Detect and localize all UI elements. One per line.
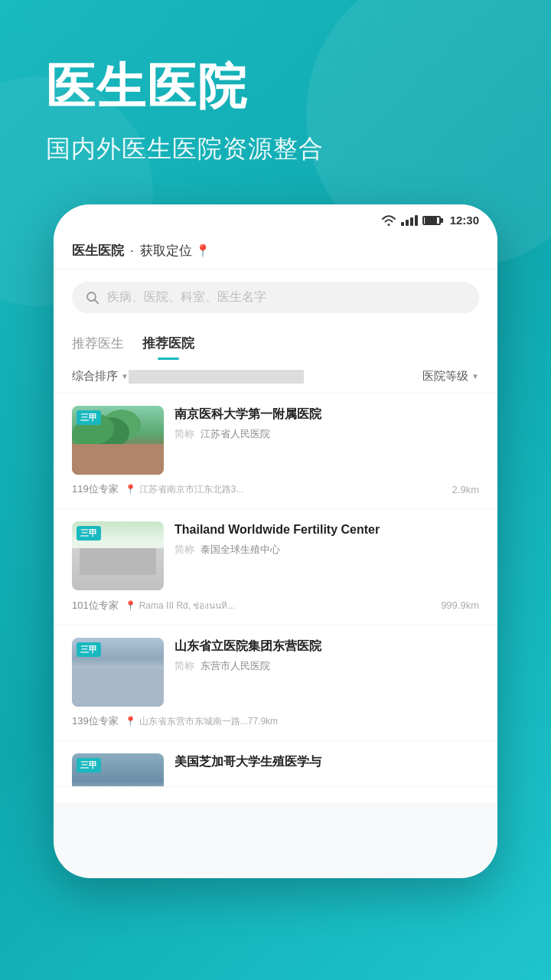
distance-2: 999.9km (441, 599, 479, 611)
hospital-top: 三甲 美国芝加哥大学生殖医学与 (72, 753, 479, 787)
nav-bar-title: 医生医院 (72, 242, 124, 260)
tab-recommend-doctor[interactable]: 推荐医生 (72, 335, 124, 360)
hospital-info-3: 山东省立医院集团东营医院 简称 东营市人民医院 (174, 638, 479, 707)
filter-row: 综合排序 ▼ 医院等级 ▼ (54, 360, 497, 394)
distance-1: 2.9km (452, 484, 479, 495)
location-text-1: 江苏省南京市江东北路3... (139, 483, 244, 496)
sort-arrow-icon: ▼ (121, 372, 129, 381)
hospital-info-1: 南京医科大学第一附属医院 简称 江苏省人民医院 (174, 406, 479, 475)
filter-level[interactable]: 医院等级 ▼ (304, 369, 479, 384)
page-wrapper: 医生医院 国内外医生医院资源整合 (0, 0, 551, 980)
main-title: 医生医院 (46, 54, 505, 120)
battery-fill (425, 217, 437, 224)
tab-recommend-hospital[interactable]: 推荐医院 (142, 335, 194, 360)
experts-count-2: 101位专家 (72, 599, 119, 612)
hospital-name-2: Thailand Worldwide Fertility Center (174, 521, 479, 538)
hospital-image-wrapper: 三甲 (72, 638, 164, 707)
hospital-name-3: 山东省立医院集团东营医院 (174, 638, 479, 655)
location-info-3: 📍 山东省东营市东城南一路...77.9km (125, 715, 473, 728)
status-bar: 12:30 (54, 204, 497, 233)
hospital-top: 三甲 南京医科大学第一附属医院 简称 江苏省人民医院 (72, 406, 479, 475)
search-icon (86, 291, 99, 305)
hospital-badge-3: 三甲 (77, 642, 101, 657)
hospital-badge-2: 三甲 (77, 526, 101, 541)
hospital-badge-1: 三甲 (77, 410, 101, 425)
hospital-bottom-3: 139位专家 📍 山东省东营市东城南一路...77.9km (72, 714, 479, 728)
hospital-badge-4: 三甲 (77, 758, 101, 773)
location-text-3: 山东省东营市东城南一路...77.9km (139, 715, 278, 728)
hospital-top: 三甲 山东省立医院集团东营医院 简称 东营市人民医院 (72, 638, 479, 707)
battery-icon (422, 216, 441, 225)
nav-location[interactable]: 获取定位 📍 (140, 242, 210, 260)
hospital-item[interactable]: 三甲 山东省立医院集团东营医院 简称 东营市人民医院 139位专家 📍 山 (54, 626, 497, 741)
hospital-name-4: 美国芝加哥大学生殖医学与 (174, 753, 479, 770)
hospital-name-1: 南京医科大学第一附属医院 (174, 406, 479, 423)
location-info-1: 📍 江苏省南京市江东北路3... (125, 483, 446, 496)
header-section: 医生医院 国内外医生医院资源整合 (0, 0, 551, 189)
filter-sort[interactable]: 综合排序 ▼ (72, 369, 129, 384)
location-info-2: 📍 Rama III Rd, ช่องนนทิ... (125, 598, 435, 612)
nav-bar: 医生医院 · 获取定位 📍 (54, 233, 497, 270)
level-arrow-icon: ▼ (471, 372, 479, 381)
status-time: 12:30 (450, 214, 479, 227)
status-icons (381, 215, 441, 226)
search-section: 疾病、医院、科室、医生名字 (54, 270, 497, 325)
filter-divider (129, 370, 304, 384)
hospital-item[interactable]: 三甲 Thailand Worldwide Fertility Center 简… (54, 509, 497, 626)
location-text: 获取定位 (140, 242, 192, 260)
phone-mockup: 12:30 医生医院 · 获取定位 📍 疾病、医院、科室、医生名字 (54, 204, 497, 878)
hospital-image-wrapper: 三甲 (72, 753, 164, 787)
search-placeholder: 疾病、医院、科室、医生名字 (107, 289, 266, 305)
nav-separator: · (130, 243, 134, 259)
hospital-item[interactable]: 三甲 美国芝加哥大学生殖医学与 (54, 741, 497, 787)
hospital-list: 三甲 南京医科大学第一附属医院 简称 江苏省人民医院 119位专家 📍 江 (54, 394, 497, 802)
tabs-section: 推荐医生 推荐医院 (54, 325, 497, 360)
wifi-icon (381, 215, 396, 226)
pin-icon-3: 📍 (125, 716, 136, 727)
hospital-abbr-2: 简称 泰国全球生殖中心 (174, 543, 479, 557)
experts-count-3: 139位专家 (72, 714, 119, 728)
search-bar[interactable]: 疾病、医院、科室、医生名字 (72, 282, 479, 313)
hospital-info-2: Thailand Worldwide Fertility Center 简称 泰… (174, 521, 479, 590)
pin-icon-1: 📍 (125, 484, 136, 495)
hospital-bottom-2: 101位专家 📍 Rama III Rd, ช่องนนทิ... 999.9k… (72, 598, 479, 612)
hospital-item[interactable]: 三甲 南京医科大学第一附属医院 简称 江苏省人民医院 119位专家 📍 江 (54, 394, 497, 509)
pin-icon-2: 📍 (125, 600, 136, 611)
hospital-abbr-1: 简称 江苏省人民医院 (174, 427, 479, 441)
sub-title: 国内外医生医院资源整合 (46, 132, 505, 166)
hospital-info-4: 美国芝加哥大学生殖医学与 (174, 753, 479, 787)
location-text-2: Rama III Rd, ช่องนนทิ... (139, 598, 236, 612)
experts-count-1: 119位专家 (72, 482, 119, 496)
hospital-image-wrapper: 三甲 (72, 521, 164, 590)
hospital-bottom-1: 119位专家 📍 江苏省南京市江东北路3... 2.9km (72, 482, 479, 496)
hospital-top: 三甲 Thailand Worldwide Fertility Center 简… (72, 521, 479, 590)
location-pin-icon: 📍 (195, 243, 210, 258)
hospital-image-wrapper: 三甲 (72, 406, 164, 475)
signal-icon (401, 215, 418, 226)
hospital-abbr-3: 简称 东营市人民医院 (174, 659, 479, 673)
